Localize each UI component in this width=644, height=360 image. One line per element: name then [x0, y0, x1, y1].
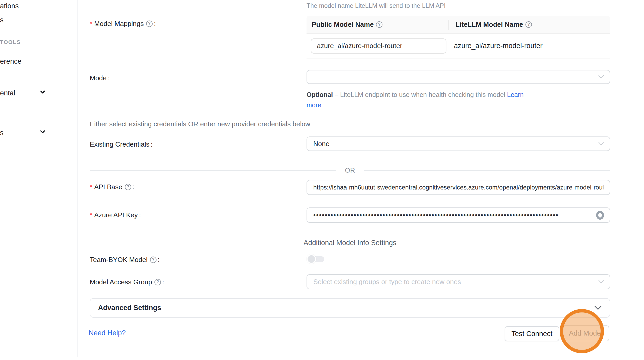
additional-settings-divider: Additional Model Info Settings [90, 239, 610, 247]
public-model-name-header-text: Public Model Name [312, 21, 374, 29]
chevron-down-icon [598, 280, 604, 284]
add-model-button[interactable]: Add Model [562, 325, 609, 341]
existing-credentials-value: None [313, 140, 329, 148]
mode-helper-text: Optional – LiteLLM endpoint to use when … [307, 89, 535, 110]
label-colon: : [151, 140, 153, 148]
label-colon: : [162, 278, 164, 286]
model-mappings-table: Public Model Name ? LiteLLM Model Name ?… [307, 16, 610, 58]
advanced-settings-title: Advanced Settings [98, 304, 161, 312]
chevron-down-icon[interactable] [39, 88, 46, 96]
help-question-icon[interactable]: ? [376, 21, 382, 28]
sidebar-item-reference[interactable]: erence [0, 57, 22, 66]
help-question-icon[interactable]: ? [125, 184, 131, 190]
public-model-name-input[interactable] [317, 42, 440, 50]
add-model-form-page: ations s TOOLS erence ental s The model … [0, 0, 644, 360]
api-base-input-wrap [307, 180, 610, 195]
additional-settings-divider-text: Additional Model Info Settings [295, 239, 405, 247]
sidebar-item-integrations[interactable]: ations [0, 2, 19, 10]
model-access-group-select[interactable]: Select existing groups or type to create… [307, 274, 610, 289]
public-model-name-input-wrap [311, 38, 446, 54]
sidebar-divider [77, 0, 78, 357]
model-access-group-label-text: Model Access Group [90, 278, 152, 286]
need-help-link[interactable]: Need Help? [89, 329, 126, 337]
existing-credentials-select[interactable]: None [307, 136, 610, 151]
label-colon: : [154, 20, 156, 28]
api-base-input[interactable] [313, 184, 603, 191]
api-base-label-text: API Base [94, 183, 122, 191]
litellm-model-name-header-text: LiteLLM Model Name [456, 21, 523, 29]
azure-api-key-label-text: Azure API Key [94, 211, 138, 219]
team-byok-label-text: Team-BYOK Model [90, 256, 148, 264]
divider-line [90, 170, 336, 171]
help-question-icon[interactable]: ? [525, 21, 532, 28]
help-question-icon[interactable]: ? [154, 279, 161, 285]
chevron-down-icon [598, 142, 604, 146]
eye-icon[interactable] [596, 211, 604, 220]
litellm-model-name-header: LiteLLM Model Name ? [449, 16, 610, 33]
label-colon: : [158, 256, 160, 264]
mode-helper-bold: Optional [307, 91, 333, 98]
required-asterisk: * [90, 211, 92, 219]
help-question-icon[interactable]: ? [150, 257, 157, 263]
test-connect-button[interactable]: Test Connect [505, 326, 559, 341]
required-asterisk: * [90, 183, 92, 191]
divider-line [364, 170, 610, 171]
public-model-name-header: Public Model Name ? [307, 16, 449, 33]
sidebar-item-1[interactable]: s [0, 16, 4, 24]
model-mappings-table-header: Public Model Name ? LiteLLM Model Name ? [307, 16, 610, 34]
divider-line [405, 243, 610, 243]
card-right-border [622, 0, 622, 357]
sidebar-item-experimental[interactable]: ental [0, 89, 15, 97]
existing-credentials-label-text: Existing Credentials [90, 140, 149, 148]
credentials-note: Either select existing credentials OR en… [90, 120, 310, 128]
or-divider: OR [90, 166, 610, 174]
help-question-icon[interactable]: ? [146, 21, 153, 27]
team-byok-toggle[interactable] [307, 254, 325, 264]
api-base-label: * API Base ? : [90, 182, 134, 191]
model-name-helper-text: The model name LiteLLM will send to the … [307, 2, 446, 9]
model-access-group-placeholder: Select existing groups or type to create… [313, 278, 461, 286]
chevron-down-icon [594, 305, 602, 310]
mode-select[interactable] [307, 70, 610, 84]
required-asterisk: * [90, 20, 92, 28]
label-colon: : [133, 183, 134, 191]
azure-api-key-input[interactable] [313, 211, 603, 219]
card-bottom-border [77, 357, 644, 357]
azure-api-key-label: * Azure API Key : [90, 211, 141, 219]
toggle-knob [307, 254, 316, 264]
public-model-name-cell [307, 38, 449, 54]
label-colon: : [108, 74, 110, 82]
litellm-model-name-value: azure_ai/azure-model-router [449, 42, 610, 50]
mode-helper-rest: – LiteLLM endpoint to use when health ch… [333, 91, 507, 98]
sidebar-item-settings[interactable]: s [0, 129, 4, 137]
chevron-down-icon[interactable] [39, 128, 46, 135]
model-mappings-label: * Model Mappings ? : [90, 19, 156, 28]
mode-label: Mode : [90, 74, 110, 82]
chevron-down-icon [598, 75, 604, 79]
mode-label-text: Mode [90, 74, 107, 82]
label-colon: : [139, 211, 141, 219]
model-mappings-label-text: Model Mappings [94, 20, 144, 28]
or-divider-text: OR [336, 166, 364, 174]
model-mappings-table-row: azure_ai/azure-model-router [307, 34, 610, 58]
team-byok-label: Team-BYOK Model ? : [90, 255, 160, 264]
sidebar-section-tools: TOOLS [0, 39, 21, 45]
divider-line [90, 243, 295, 243]
existing-credentials-label: Existing Credentials : [90, 140, 153, 149]
advanced-settings-panel[interactable]: Advanced Settings [90, 298, 610, 318]
model-access-group-label: Model Access Group ? : [90, 278, 164, 286]
azure-api-key-input-wrap [307, 207, 610, 223]
